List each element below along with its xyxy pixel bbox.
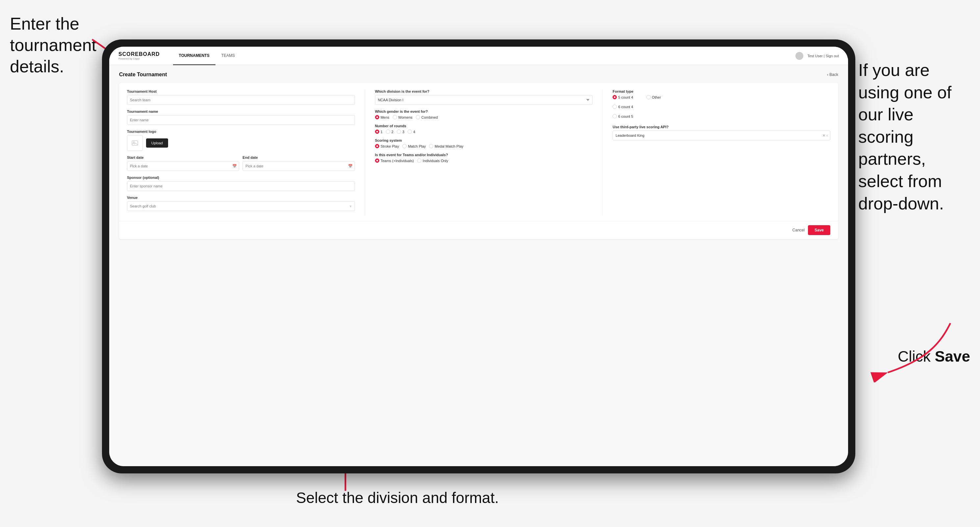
format-type-group: Format type 5 count 4 Other 6 count 4 6 …: [612, 89, 830, 118]
annotation-top-right: If you are using one of our live scoring…: [858, 59, 970, 215]
gender-radio-group: Mens Womens Combined: [375, 115, 593, 119]
save-button[interactable]: Save: [808, 225, 830, 235]
form-col-3: Format type 5 count 4 Other 6 count 4 6 …: [602, 89, 830, 216]
logo-upload-area: Upload: [127, 135, 355, 151]
app-logo: SCOREBOARD Powered by Clippi: [118, 51, 160, 60]
date-row: Start date 📅 End date 📅: [127, 156, 355, 171]
live-scoring-value-text: Leaderboard King: [616, 133, 644, 137]
rounds-1-label: 1: [380, 130, 383, 134]
radio-stroke-play[interactable]: [375, 144, 379, 148]
radio-match-play[interactable]: [402, 144, 407, 148]
event-type-teams[interactable]: Teams (+Individuals): [375, 159, 414, 163]
rounds-3-label: 3: [402, 130, 404, 134]
radio-medal-match-play[interactable]: [429, 144, 433, 148]
5count4-label: 5 count 4: [618, 95, 633, 99]
logo-subtext: Powered by Clippi: [118, 57, 160, 60]
rounds-4-label: 4: [413, 130, 415, 134]
start-date-input[interactable]: [127, 161, 239, 171]
live-scoring-close-btn[interactable]: ✕ ‹: [822, 133, 828, 138]
avatar: [795, 52, 803, 60]
cancel-button[interactable]: Cancel: [792, 228, 805, 232]
radio-round-3[interactable]: [397, 130, 401, 134]
back-button[interactable]: ‹ Back: [827, 72, 838, 77]
radio-combined[interactable]: [416, 115, 420, 119]
rounds-option-2[interactable]: 2: [386, 130, 393, 134]
annotation-bottom-right: Click Save: [898, 347, 970, 366]
venue-label: Venue: [127, 195, 355, 200]
sponsor-input[interactable]: [127, 181, 355, 191]
gender-mens-label: Mens: [380, 115, 390, 119]
venue-input[interactable]: [127, 201, 355, 211]
live-scoring-input[interactable]: Leaderboard King: [612, 130, 830, 140]
radio-teams[interactable]: [375, 159, 379, 163]
format-6count5-item[interactable]: 6 count 5: [612, 114, 830, 118]
logo-placeholder: [127, 135, 143, 151]
rounds-group: Number of rounds 1 2: [375, 124, 593, 134]
format-5count4[interactable]: 5 count 4: [612, 95, 633, 99]
end-date-label: End date: [242, 156, 355, 159]
svg-rect-4: [132, 141, 138, 145]
6count4-label: 6 count 4: [618, 105, 633, 109]
format-type-label: Format type: [612, 89, 830, 94]
medal-match-play-label: Medal Match Play: [434, 144, 463, 148]
form-col-2: Which division is the event for? NCAA Di…: [365, 89, 593, 216]
rounds-option-3[interactable]: 3: [397, 130, 404, 134]
rounds-radio-group: 1 2 3: [375, 130, 593, 134]
gender-label: Which gender is the event for?: [375, 110, 593, 113]
format-type-options: 5 count 4 Other 6 count 4 6 count 5: [612, 95, 830, 118]
form-body: Tournament Host Tournament name Tourname…: [119, 83, 838, 221]
format-6count4-item[interactable]: 6 count 4: [612, 105, 830, 109]
teams-label: Teams (+Individuals): [380, 159, 414, 163]
scoring-medal-match-play[interactable]: Medal Match Play: [429, 144, 463, 148]
scoring-radio-group: Stroke Play Match Play Medal Match Play: [375, 144, 593, 148]
gender-combined-label: Combined: [422, 115, 438, 119]
rounds-label: Number of rounds: [375, 124, 593, 128]
end-date-wrap: 📅: [242, 161, 355, 171]
page-content: Create Tournament ‹ Back Tournament Host…: [109, 65, 848, 466]
gender-option-womens[interactable]: Womens: [393, 115, 412, 119]
scoring-match-play[interactable]: Match Play: [402, 144, 426, 148]
tournament-logo-label: Tournament logo: [127, 130, 355, 133]
stroke-play-label: Stroke Play: [380, 144, 399, 148]
calendar-icon-end: 📅: [348, 164, 353, 168]
6count5-label: 6 count 5: [618, 114, 633, 118]
nav-tabs: TOURNAMENTS TEAMS: [173, 47, 796, 65]
gender-option-mens[interactable]: Mens: [375, 115, 390, 119]
other-label: Other: [652, 95, 661, 99]
gender-group: Which gender is the event for? Mens Wome…: [375, 110, 593, 119]
division-label: Which division is the event for?: [375, 89, 593, 94]
live-scoring-label: Use third-party live scoring API?: [612, 125, 830, 129]
gender-womens-label: Womens: [398, 115, 412, 119]
rounds-option-1[interactable]: 1: [375, 130, 383, 134]
radio-mens[interactable]: [375, 115, 379, 119]
event-type-individuals[interactable]: Individuals Only: [417, 159, 449, 163]
start-date-label: Start date: [127, 156, 239, 159]
scoring-stroke-play[interactable]: Stroke Play: [375, 144, 399, 148]
radio-round-4[interactable]: [407, 130, 412, 134]
venue-dropdown-icon: ▼: [349, 205, 352, 208]
upload-button[interactable]: Upload: [146, 138, 168, 148]
radio-womens[interactable]: [393, 115, 397, 119]
end-date-input[interactable]: [242, 161, 355, 171]
radio-6count5[interactable]: [612, 114, 617, 118]
radio-round-2[interactable]: [386, 130, 390, 134]
radio-6count4[interactable]: [612, 105, 617, 109]
tournament-logo-group: Tournament logo Upload: [127, 130, 355, 151]
format-other[interactable]: Other: [646, 95, 661, 99]
tab-tournaments[interactable]: TOURNAMENTS: [173, 47, 215, 65]
tournament-host-input[interactable]: [127, 95, 355, 105]
radio-5count4[interactable]: [612, 95, 617, 99]
annotation-click-prefix: Click: [898, 348, 935, 365]
tab-teams[interactable]: TEAMS: [215, 47, 241, 65]
nav-bar: SCOREBOARD Powered by Clippi TOURNAMENTS…: [109, 47, 848, 65]
tournament-name-label: Tournament name: [127, 110, 355, 113]
division-select[interactable]: NCAA Division I: [375, 95, 593, 105]
radio-other[interactable]: [646, 95, 651, 99]
radio-individuals[interactable]: [417, 159, 422, 163]
tablet-shell: SCOREBOARD Powered by Clippi TOURNAMENTS…: [102, 40, 855, 473]
radio-round-1[interactable]: [375, 130, 379, 134]
tournament-name-input[interactable]: [127, 115, 355, 125]
rounds-option-4[interactable]: 4: [407, 130, 415, 134]
page-title: Create Tournament: [119, 71, 167, 78]
gender-option-combined[interactable]: Combined: [416, 115, 438, 119]
